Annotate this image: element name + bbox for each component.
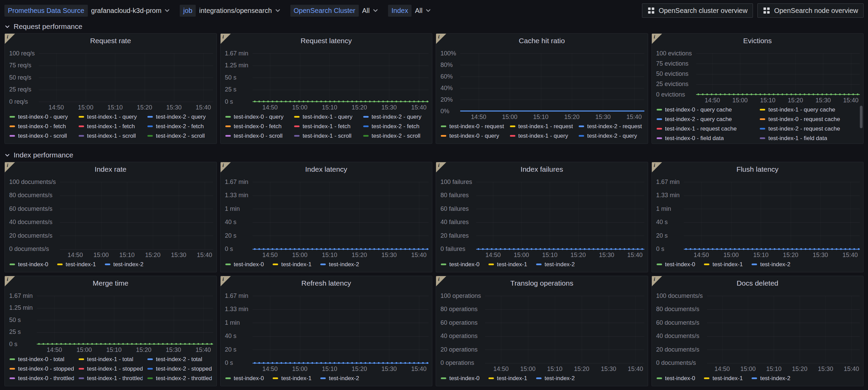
legend-item[interactable]: test-index-2 - scroll — [147, 131, 212, 140]
variable-label[interactable]: OpenSearch Cluster — [290, 5, 359, 17]
legend-item[interactable]: test-index-0 — [441, 260, 480, 269]
legend-item[interactable]: test-index-2 — [105, 260, 144, 269]
legend-item[interactable]: test-index-0 - query — [441, 131, 505, 140]
variable-value[interactable]: integrations/opensearch — [199, 7, 280, 15]
row-header-request-performance[interactable]: Request performance — [0, 20, 868, 33]
variable-prometheus-data-source[interactable]: Prometheus Data Sourcegrafanacloud-k3d-p… — [4, 5, 170, 17]
panel-info-icon[interactable]: i — [652, 276, 662, 286]
legend-item[interactable]: test-index-0 - total — [10, 355, 74, 364]
legend-item[interactable]: test-index-2 — [320, 374, 359, 383]
dashboard-link-opensearch-cluster-overview[interactable]: OpenSearch cluster overview — [642, 3, 753, 18]
panel-title[interactable]: Index failures — [520, 165, 563, 173]
legend-item[interactable]: test-index-1 - throttled — [79, 374, 143, 383]
legend-item[interactable]: test-index-1 - fetch — [79, 122, 143, 131]
legend-item[interactable]: test-index-1 — [704, 374, 743, 383]
legend-item[interactable]: test-index-2 — [752, 374, 790, 383]
legend-item[interactable]: test-index-0 - query — [225, 112, 290, 121]
legend-item[interactable]: test-index-1 — [704, 260, 743, 269]
legend-item[interactable]: test-index-0 - request cache — [760, 115, 858, 124]
variable-label[interactable]: job — [180, 5, 196, 17]
legend-item[interactable]: test-index-1 - query cache — [760, 105, 858, 114]
legend-item[interactable]: test-index-2 - query — [363, 112, 428, 121]
legend-item[interactable]: test-index-1 — [273, 260, 311, 269]
panel-info-icon[interactable]: i — [5, 276, 15, 286]
legend-scrollbar[interactable] — [860, 106, 863, 128]
panel-info-icon[interactable]: i — [436, 162, 446, 172]
legend-item[interactable]: test-index-0 — [441, 374, 480, 383]
variable-opensearch-cluster[interactable]: OpenSearch ClusterAll — [290, 5, 379, 17]
legend-item[interactable]: test-index-1 - total — [79, 355, 143, 364]
legend-item[interactable]: test-index-1 - scroll — [79, 131, 143, 140]
legend-item[interactable]: test-index-1 — [488, 374, 527, 383]
legend-item[interactable]: test-index-1 — [57, 260, 96, 269]
legend-item[interactable]: test-index-0 — [225, 374, 264, 383]
panel-info-icon[interactable]: i — [221, 162, 231, 172]
panel-info-icon[interactable]: i — [5, 34, 15, 44]
panel-title[interactable]: Cache hit ratio — [519, 37, 565, 45]
legend-item[interactable]: test-index-2 - query cache — [657, 115, 755, 124]
legend-item[interactable]: test-index-0 - scroll — [225, 131, 290, 140]
panel-info-icon[interactable]: i — [652, 34, 662, 44]
legend-item[interactable]: test-index-1 - fetch — [294, 122, 358, 131]
panel-title[interactable]: Index latency — [305, 165, 347, 173]
panel-title[interactable]: Refresh latency — [301, 279, 351, 287]
variable-job[interactable]: jobintegrations/opensearch — [180, 5, 280, 17]
variable-index[interactable]: IndexAll — [388, 5, 431, 17]
legend-item[interactable]: test-index-2 - request — [579, 122, 643, 131]
panel-title[interactable]: Request rate — [90, 37, 131, 45]
legend-item[interactable]: test-index-2 - throttled — [147, 374, 212, 383]
variable-value[interactable]: All — [362, 7, 379, 15]
legend-item[interactable]: test-index-0 - request — [441, 122, 505, 131]
legend-item[interactable]: test-index-1 - query — [510, 131, 574, 140]
panel-info-icon[interactable]: i — [436, 34, 446, 44]
legend-item[interactable]: test-index-2 - field data — [657, 143, 755, 143]
legend-item[interactable]: test-index-2 — [752, 260, 790, 269]
legend-item[interactable]: test-index-2 - fetch — [363, 122, 428, 131]
legend-item[interactable]: test-index-2 - query — [579, 131, 643, 140]
panel-title[interactable]: Docs deleted — [737, 279, 778, 287]
panel-title[interactable]: Evictions — [743, 37, 772, 45]
legend-item[interactable]: test-index-0 — [225, 260, 264, 269]
panel-title[interactable]: Index rate — [95, 165, 126, 173]
panel-info-icon[interactable]: i — [221, 34, 231, 44]
variable-label[interactable]: Prometheus Data Source — [4, 5, 88, 17]
row-header-index-performance[interactable]: Index performance — [0, 148, 868, 162]
panel-title[interactable]: Translog operations — [510, 279, 573, 287]
legend-item[interactable]: test-index-0 - query cache — [657, 105, 755, 114]
panel-title[interactable]: Flush latency — [736, 165, 778, 173]
legend-item[interactable]: test-index-2 - scroll — [363, 131, 428, 140]
variable-value[interactable]: All — [415, 7, 431, 15]
legend-item[interactable]: test-index-2 - stopped — [147, 364, 212, 373]
legend-item[interactable]: test-index-1 - query — [294, 112, 358, 121]
dashboard-link-opensearch-node-overview[interactable]: OpenSearch node overview — [757, 3, 864, 18]
legend-item[interactable]: test-index-1 - scroll — [294, 131, 358, 140]
legend-item[interactable]: test-index-0 - stopped — [10, 364, 74, 373]
variable-label[interactable]: Index — [388, 5, 412, 17]
legend-item[interactable]: test-index-2 - request cache — [760, 124, 858, 133]
legend-item[interactable]: test-index-1 — [488, 260, 527, 269]
legend-item[interactable]: test-index-0 - throttled — [10, 374, 74, 383]
legend-item[interactable]: test-index-0 - field data — [657, 134, 755, 143]
legend-item[interactable]: test-index-1 - query — [79, 112, 143, 121]
panel-info-icon[interactable]: i — [652, 162, 662, 172]
legend-item[interactable]: test-index-1 - request — [510, 122, 574, 131]
variable-value[interactable]: grafanacloud-k3d-prom — [91, 7, 171, 15]
panel-title[interactable]: Request latency — [301, 37, 352, 45]
panel-info-icon[interactable]: i — [5, 162, 15, 172]
legend-item[interactable]: test-index-2 - query — [147, 112, 212, 121]
legend-item[interactable]: test-index-1 - field data — [760, 134, 858, 143]
legend-item[interactable]: test-index-1 - request cache — [657, 124, 755, 133]
legend-item[interactable]: test-index-2 — [536, 374, 575, 383]
panel-title[interactable]: Merge time — [93, 279, 128, 287]
legend-item[interactable]: test-index-0 — [10, 260, 48, 269]
legend-item[interactable]: test-index-0 - fetch — [225, 122, 290, 131]
legend-item[interactable]: test-index-2 — [536, 260, 575, 269]
panel-info-icon[interactable]: i — [221, 276, 231, 286]
legend-item[interactable]: test-index-2 — [320, 260, 359, 269]
legend-item[interactable]: test-index-2 - fetch — [147, 122, 212, 131]
legend-item[interactable]: test-index-1 - stopped — [79, 364, 143, 373]
legend-item[interactable]: test-index-0 — [657, 374, 695, 383]
legend-item[interactable]: test-index-0 — [657, 260, 695, 269]
legend-item[interactable]: test-index-0 - query — [10, 112, 74, 121]
legend-item[interactable]: test-index-0 - scroll — [10, 131, 74, 140]
